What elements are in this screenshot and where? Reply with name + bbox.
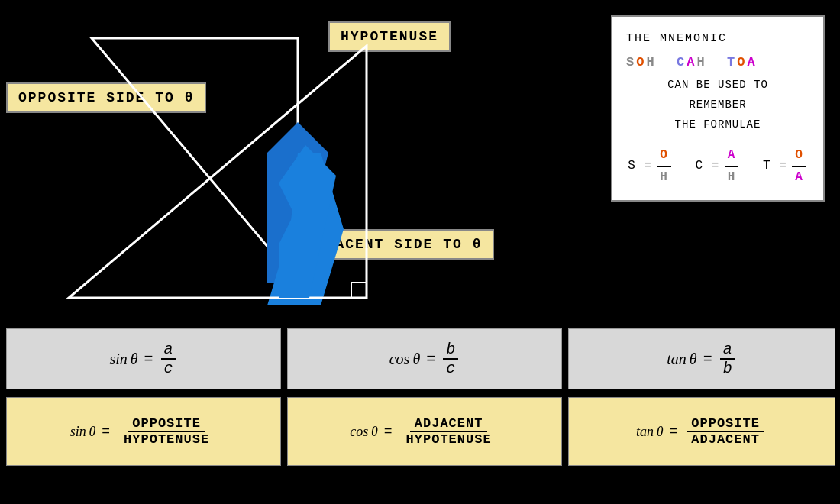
tan-frac: a b [720,341,735,377]
svg-marker-3 [267,153,344,305]
mnemonic-line1: CAN BE USED TO [626,76,809,95]
sin-word-eq: = [102,424,110,439]
cos-trig: cos θ [389,351,420,368]
tan-letter-box: tan θ = a b [568,328,835,389]
cos-word-box: cos θ = ADJACENT HYPOTENUSE [287,397,562,466]
mnemonic-line3: THE FORMULAE [626,116,809,134]
tan-word-eq: = [670,424,678,439]
sin-trig: sin θ [109,351,137,368]
cos-word-eq: = [384,424,393,439]
mnemonic-line2: REMEMBER [626,96,809,115]
c-label: C = [696,156,720,176]
cos-letter-box: cos θ = b c [287,328,562,389]
tan-word-box: tan θ = OPPOSITE ADJACENT [568,397,835,466]
sin-letter-box: sin θ = a c [6,328,281,389]
sin-word-box: sin θ = OPPOSITE HYPOTENUSE [6,397,281,466]
t-fraction: O A [792,145,806,188]
cos-word-trig: cos θ [350,424,377,440]
sin-word-frac: OPPOSITE HYPOTENUSE [119,416,214,447]
s-fraction: O H [657,145,671,188]
cos-frac: b c [443,341,458,377]
c-fraction: A H [725,145,739,188]
mnemonic-box: THE MNEMONIC SOH CAH TOA CAN BE USED TO … [611,15,825,202]
sin-frac: a c [161,341,176,377]
s-label: S = [628,156,652,176]
mnemonic-title: THE MNEMONIC [626,29,809,49]
tan-eq: = [703,351,712,368]
sin-word-trig: sin θ [70,424,95,440]
t-label: T = [763,156,787,176]
sin-eq: = [144,351,153,368]
tan-trig: tan θ [667,351,696,368]
mnemonic-formulas: S = O H C = A H T = O A [626,145,809,188]
cos-word-frac: ADJACENT HYPOTENUSE [402,416,496,447]
tan-word-frac: OPPOSITE ADJACENT [687,416,764,447]
cos-eq: = [426,351,435,368]
blue-arrow [267,153,344,309]
soh-cah-toa: SOH CAH TOA [626,52,809,74]
tan-word-trig: tan θ [636,424,663,440]
